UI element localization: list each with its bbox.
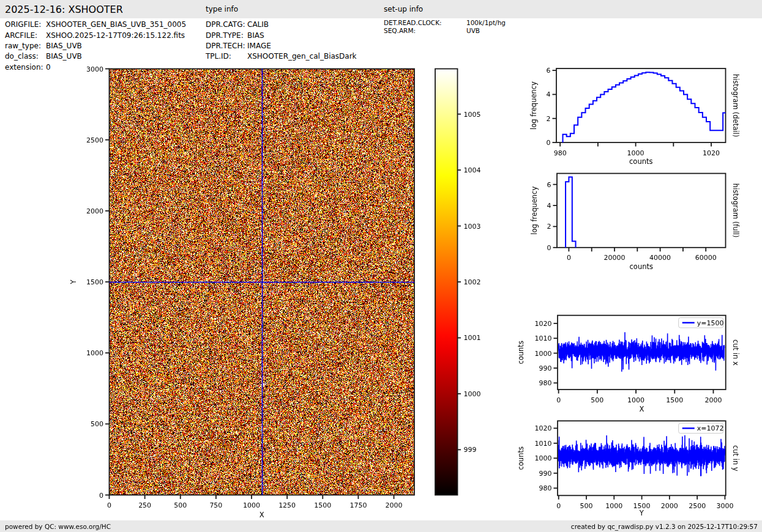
y-tick-label: 6	[547, 67, 551, 75]
y-tick-label: 1020	[535, 424, 552, 432]
colorbar-tick-label: 1004	[464, 166, 481, 174]
x-tick-label: 250	[138, 501, 151, 509]
legend-label: y=1500	[697, 319, 724, 327]
x-tick-label: 980	[554, 149, 567, 157]
y-tick-label: 500	[91, 420, 103, 428]
footer-created-by: created by qc_rawdisp.py v1.2.3 on 2025-…	[571, 520, 758, 532]
y-tick-label: 1020	[535, 320, 552, 328]
colorbar-tick-label: 1005	[464, 111, 481, 119]
y-tick-label: 980	[539, 379, 552, 387]
y-axis-label: log frequency	[529, 81, 538, 130]
x-tick-label: 500	[174, 501, 187, 509]
x-tick-label: 20000	[604, 254, 626, 262]
x-tick-label: 2500	[689, 502, 706, 510]
axes-cut_y: 0500100015002000250030009809901000101010…	[517, 421, 740, 517]
y-tick-label: 0	[547, 139, 551, 147]
x-tick-label: 1000	[243, 501, 260, 509]
x-tick-label: 3000	[716, 502, 733, 510]
x-tick-label: 2000	[661, 502, 678, 510]
right-axis-label: cut in x	[731, 339, 740, 366]
x-tick-label: 0	[567, 254, 571, 262]
axes-hist_detail: 980100010200246countslog frequencyhistog…	[529, 67, 740, 166]
x-tick-label: 750	[209, 501, 222, 509]
y-axis-label: counts	[517, 341, 525, 364]
x-axis-label: Y	[639, 509, 644, 517]
plots-layer: 0250500750100012501500175020000500100015…	[0, 0, 762, 532]
x-axis-label: X	[639, 405, 644, 413]
x-tick-label: 1750	[349, 501, 367, 509]
y-tick-label: 2	[547, 115, 551, 123]
y-tick-label: 2500	[86, 136, 103, 144]
y-tick-label: 1000	[535, 454, 552, 462]
cut-line	[559, 332, 725, 372]
y-tick-label: 4	[547, 91, 551, 98]
colorbar-tick-label: 1000	[464, 390, 481, 398]
y-tick-label: 3000	[86, 65, 103, 73]
right-axis-label: histogram (detail)	[731, 74, 740, 137]
histogram-curve	[562, 72, 725, 142]
legend-label: x=1072	[697, 424, 724, 432]
x-tick-label: 1500	[314, 501, 331, 509]
histogram-curve	[566, 177, 575, 248]
y-tick-label: 1010	[535, 334, 552, 342]
x-tick-label: 40000	[649, 254, 671, 262]
x-tick-label: 1000	[627, 396, 644, 404]
axes-cut_x: 0500100015002000980990100010101020Xcount…	[517, 316, 740, 413]
x-tick-label: 1000	[627, 149, 644, 157]
y-tick-label: 0	[547, 244, 551, 252]
axes-main_image: 0250500750100012501500175020000500100015…	[69, 65, 415, 519]
x-axis-label: X	[260, 511, 264, 519]
colorbar-tick-label: 1003	[464, 223, 481, 231]
x-tick-label: 0	[556, 502, 561, 510]
x-tick-label: 500	[580, 502, 593, 510]
x-tick-label: 500	[591, 396, 603, 404]
x-tick-label: 2000	[704, 396, 722, 404]
x-tick-label: 1250	[278, 501, 296, 509]
x-tick-label: 0	[107, 501, 111, 509]
x-tick-label: 1500	[666, 396, 683, 404]
colorbar: 999100010011002100310041005	[435, 69, 481, 495]
y-tick-label: 990	[539, 470, 552, 478]
right-axis-label: cut in y	[731, 445, 740, 471]
qc-rawdisp-page: 2025-12-16: XSHOOTER type info set-up in…	[0, 0, 762, 532]
y-tick-label: 6	[547, 181, 551, 189]
colorbar-tick-label: 1002	[464, 278, 481, 286]
x-tick-label: 1000	[605, 502, 622, 510]
right-axis-label: histogram (full)	[731, 183, 740, 238]
cut-line	[559, 435, 725, 476]
axes-hist_full: 02000040000600000246countslog frequencyh…	[530, 174, 740, 271]
x-tick-label: 2000	[386, 501, 403, 509]
x-tick-label: 1020	[703, 149, 720, 157]
x-tick-label: 0	[556, 396, 561, 404]
y-axis-label: log frequency	[530, 187, 539, 235]
y-tick-label: 980	[539, 484, 552, 492]
y-tick-label: 1500	[86, 278, 103, 286]
footer-powered-by: powered by QC: www.eso.org/HC	[5, 520, 111, 532]
y-tick-label: 2	[547, 223, 551, 231]
x-axis-label: counts	[630, 262, 653, 271]
y-tick-label: 1000	[86, 349, 103, 357]
y-tick-label: 990	[539, 364, 552, 372]
y-axis-label: Y	[69, 279, 78, 285]
y-tick-label: 1000	[535, 350, 552, 358]
y-tick-label: 2000	[86, 207, 103, 215]
y-tick-label: 4	[547, 202, 551, 210]
y-tick-label: 0	[99, 492, 103, 500]
x-tick-label: 60000	[695, 254, 717, 262]
x-axis-label: counts	[629, 157, 652, 166]
y-axis-label: counts	[517, 446, 525, 470]
y-tick-label: 1010	[535, 440, 552, 448]
colorbar-tick-label: 1001	[464, 334, 481, 342]
colorbar-tick-label: 999	[464, 446, 477, 454]
